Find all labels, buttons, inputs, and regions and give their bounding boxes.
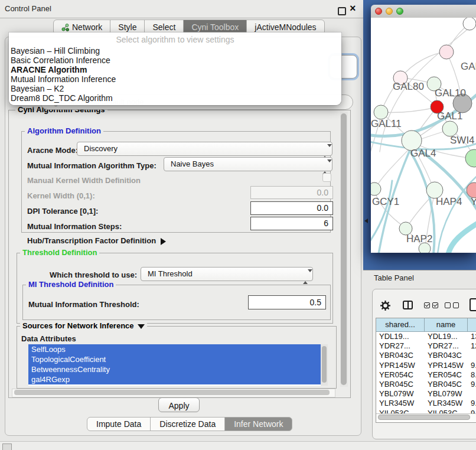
- tab-label: Style: [118, 22, 136, 32]
- network-node[interactable]: [374, 105, 388, 119]
- expand-right-icon: [161, 238, 166, 245]
- column-header-shared[interactable]: shared...: [376, 318, 425, 332]
- scrollbar-thumb[interactable]: [14, 390, 330, 395]
- mi-threshold-field[interactable]: 0.5: [248, 295, 326, 309]
- table-cell: YBR043C: [376, 351, 425, 360]
- network-node[interactable]: [371, 182, 381, 195]
- scrollbar-thumb[interactable]: [341, 113, 347, 385]
- control-panel-titlebar: Control Panel ×: [0, 0, 364, 18]
- unselect-all-columns-icon[interactable]: [445, 302, 459, 308]
- algorithm-item-dream8-dc-tdc-algorithm[interactable]: Dream8 DC_TDC Algorithm: [9, 93, 341, 103]
- settings-vertical-scrollbar[interactable]: [340, 112, 348, 387]
- hub-definition-label: Hub/Transcription Factor Definition: [27, 236, 156, 245]
- attribute-item-selfloops[interactable]: SelfLoops: [28, 344, 321, 354]
- bottom-tab-impute-data[interactable]: Impute Data: [87, 417, 151, 431]
- algorithm-item-bayesian-k2[interactable]: Bayesian – K2: [9, 84, 341, 93]
- column-header-name[interactable]: name: [425, 318, 468, 332]
- data-attributes-list[interactable]: SelfLoopsTopologicalCoefficientBetweenne…: [28, 344, 328, 386]
- network-node[interactable]: [465, 149, 476, 167]
- network-edge[interactable]: [381, 107, 436, 112]
- algorithm-item-bayesian-hill-climbing[interactable]: Bayesian – Hill Climbing: [9, 46, 341, 56]
- stepper-arrows-icon: [322, 145, 327, 153]
- node-label-hap4: HAP4: [436, 196, 462, 207]
- node-label-gal4: GAL4: [410, 148, 436, 159]
- attribute-item-topologicalcoefficient[interactable]: TopologicalCoefficient: [28, 354, 321, 364]
- bottom-tab-infer-network[interactable]: Infer Network: [224, 417, 292, 431]
- sources-group-title[interactable]: Sources for Network Inference: [20, 322, 147, 330]
- threshold-definition-title: Threshold Definition: [20, 249, 99, 257]
- manual-kernel-checkbox[interactable]: [322, 173, 331, 182]
- table-row[interactable]: YDR27...YDR27...12: [376, 341, 476, 351]
- network-edge[interactable]: [448, 222, 476, 253]
- network-node[interactable]: [439, 45, 454, 59]
- collapse-down-icon: [138, 324, 145, 329]
- attribute-item-betweennesscentrality[interactable]: BetweennessCentrality: [28, 364, 321, 374]
- network-edge[interactable]: [400, 52, 446, 78]
- algorithm-item-mutual-information-inference[interactable]: Mutual Information Inference: [9, 74, 341, 84]
- table-row[interactable]: YBR043CYBR043C: [376, 351, 476, 360]
- table-cell: YDL19...: [376, 332, 425, 341]
- table-row[interactable]: YBL079WYBL079W: [376, 389, 476, 399]
- kernel-width-field[interactable]: 0.0: [250, 186, 333, 199]
- node-table[interactable]: shared...name YDL19...YDL19...13YDR27...…: [376, 318, 476, 423]
- mi-steps-field[interactable]: 6: [250, 217, 333, 230]
- tab-label: jActiveMNodules: [255, 22, 316, 32]
- mac-close-button[interactable]: [375, 8, 382, 15]
- algorithm-item-basic-correlation-inference[interactable]: Basic Correlation Inference: [9, 56, 341, 65]
- apply-button[interactable]: Apply: [158, 397, 200, 412]
- mi-type-select[interactable]: Naive Bayes: [164, 157, 332, 171]
- split-columns-icon[interactable]: [403, 301, 413, 309]
- table-row[interactable]: YBR045CYBR045C9.: [376, 380, 476, 389]
- dpi-tolerance-label: DPI Tolerance [0,1]:: [27, 207, 98, 216]
- cyni-bottom-tabs: Impute DataDiscretize DataInfer Network: [87, 417, 292, 431]
- stepper-arrows-icon: [303, 270, 308, 278]
- table-panel-title: Table Panel: [374, 273, 414, 282]
- data-attributes-label: Data Attributes: [21, 334, 76, 343]
- attribute-item-gal4rgexp[interactable]: gal4RGexp: [28, 374, 321, 384]
- kernel-width-label: Kernel Width (0,1):: [27, 191, 95, 200]
- table-cell: YLR345W: [376, 399, 425, 408]
- network-canvas[interactable]: GALGAL80GAL10GAL1GAL11SWI4GAL4GCY1HAP4YH…: [371, 18, 476, 253]
- table-row[interactable]: YER054CYER054C8.: [376, 370, 476, 380]
- scrollbar-thumb[interactable]: [378, 415, 470, 420]
- column-header-partial[interactable]: [468, 318, 476, 332]
- splitpane-handle-icon[interactable]: [364, 219, 368, 223]
- network-node[interactable]: [463, 18, 476, 30]
- dock-icon[interactable]: [2, 444, 12, 450]
- table-row[interactable]: YLR345WYLR345W9.: [376, 399, 476, 408]
- node-label-hap2: HAP2: [406, 233, 432, 244]
- table-cell: YBR043C: [425, 351, 468, 360]
- gear-icon[interactable]: [380, 300, 391, 311]
- network-window-titlebar[interactable]: [371, 5, 476, 18]
- mi-type-value: Naive Bayes: [171, 159, 214, 168]
- manual-kernel-label: Manual Kernel Width Definition: [27, 176, 141, 185]
- dpi-tolerance-field[interactable]: 0.0: [250, 201, 333, 215]
- table-row[interactable]: YPR145WYPR145W9.: [376, 361, 476, 370]
- mac-minimize-button[interactable]: [386, 8, 393, 15]
- float-icon[interactable]: [338, 7, 346, 15]
- table-row[interactable]: YDL19...YDL19...13: [376, 332, 476, 341]
- table-cell: 8.: [468, 370, 476, 380]
- hub-definition-expander[interactable]: Hub/Transcription Factor Definition: [27, 236, 166, 245]
- close-icon[interactable]: ×: [350, 2, 356, 15]
- file-icon[interactable]: [470, 298, 476, 311]
- bottom-tab-discretize-data[interactable]: Discretize Data: [150, 417, 225, 431]
- tab-label: Network: [72, 22, 102, 32]
- which-threshold-value: MI Threshold: [148, 269, 193, 278]
- which-threshold-select[interactable]: MI Threshold: [141, 267, 313, 281]
- node-label-gal1: GAL1: [437, 110, 462, 122]
- sources-title-text: Sources for Network Inference: [22, 321, 134, 330]
- algorithm-list: Bayesian – Hill ClimbingBasic Correlatio…: [9, 46, 341, 103]
- list-scrollbar[interactable]: [321, 344, 328, 386]
- scrollbar-thumb[interactable]: [322, 346, 327, 383]
- select-all-columns-icon[interactable]: [424, 302, 438, 308]
- algorithm-item-aracne-algorithm[interactable]: ARACNE Algorithm: [9, 65, 341, 74]
- mac-zoom-button[interactable]: [396, 8, 403, 15]
- table-cell: YPR145W: [425, 361, 468, 370]
- panel-title: Control Panel: [5, 4, 51, 13]
- table-cell: YER054C: [376, 370, 425, 380]
- table-cell: [468, 389, 476, 399]
- node-label-gal10: GAL10: [435, 87, 466, 99]
- aracne-mode-select[interactable]: Discovery: [77, 142, 332, 156]
- tab-label: Cyni Toolbox: [191, 22, 239, 32]
